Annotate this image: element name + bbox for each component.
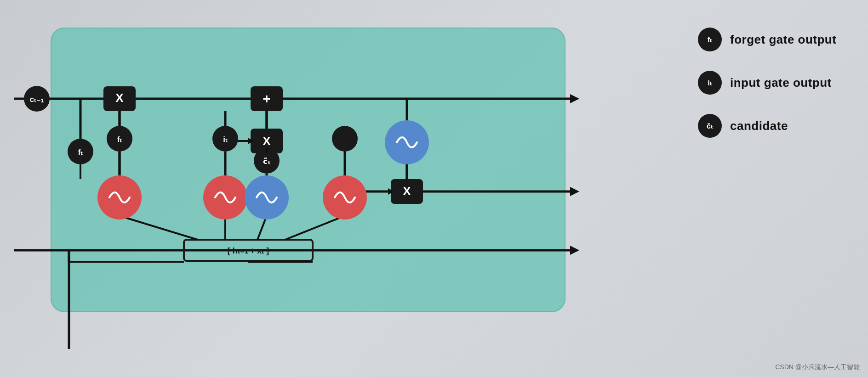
legend-item-ft: fₜ forget gate output — [698, 28, 854, 51]
lstm-box — [51, 28, 565, 312]
svg-marker-45 — [570, 187, 579, 196]
legend: fₜ forget gate output iₜ input gate outp… — [698, 28, 854, 157]
watermark-text: CSDN @小斥流水—人工智能 — [775, 363, 860, 371]
svg-marker-7 — [570, 246, 579, 255]
legend-ft-symbol: fₜ — [708, 35, 712, 44]
legend-item-it: iₜ input gate output — [698, 71, 854, 95]
legend-ct-label: candidate — [730, 119, 788, 133]
legend-ct-circle: čₜ — [698, 114, 722, 138]
legend-ft-label: forget gate output — [730, 33, 836, 47]
legend-it-symbol: iₜ — [708, 79, 712, 87]
legend-it-circle: iₜ — [698, 71, 722, 95]
svg-point-4 — [24, 86, 50, 112]
watermark: CSDN @小斥流水—人工智能 — [775, 363, 860, 371]
legend-ft-circle: fₜ — [698, 28, 722, 51]
main-container: cₜ₋₁ fₜ X fₜ + iₜ X — [0, 0, 868, 377]
legend-ct-symbol: čₜ — [707, 122, 713, 130]
legend-item-ct: čₜ candidate — [698, 114, 854, 138]
svg-text:cₜ₋₁: cₜ₋₁ — [30, 95, 44, 104]
svg-marker-3 — [570, 94, 579, 103]
legend-it-label: input gate output — [730, 76, 832, 90]
